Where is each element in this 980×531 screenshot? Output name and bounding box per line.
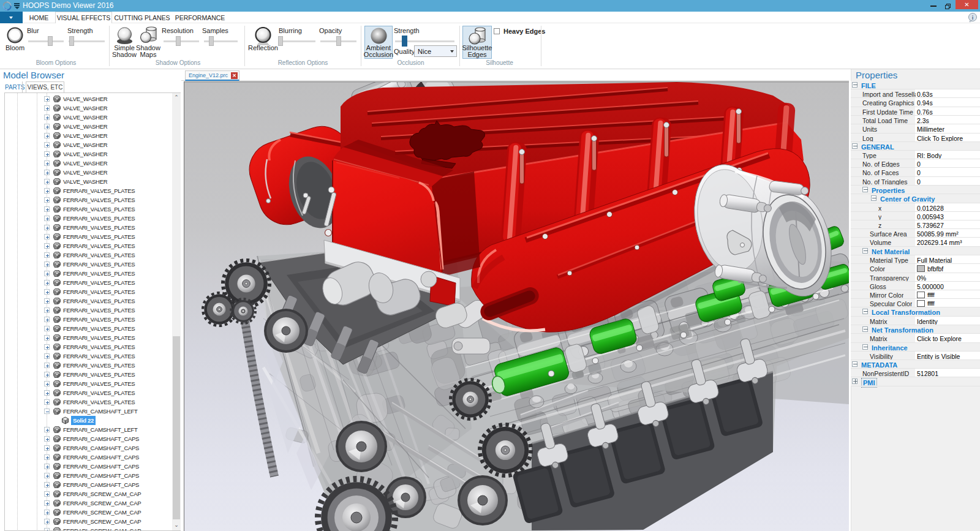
- svg-text:i: i: [972, 15, 974, 21]
